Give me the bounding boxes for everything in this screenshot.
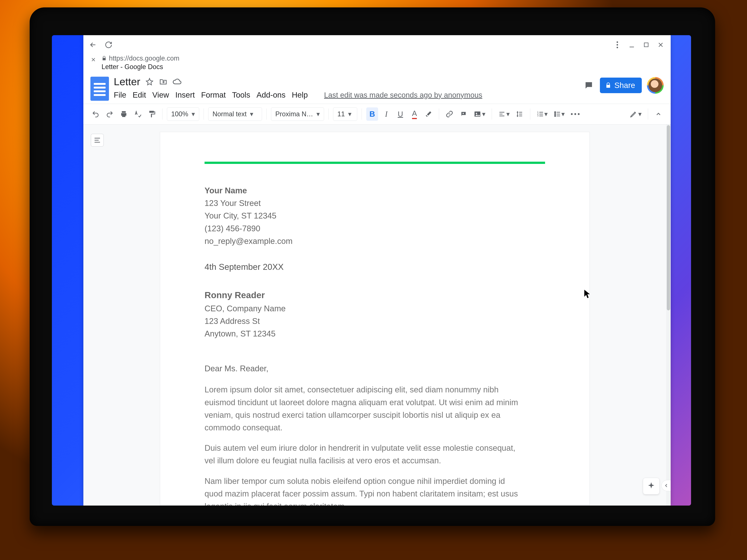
- last-edit-link[interactable]: Last edit was made seconds ago by anonym…: [324, 91, 482, 99]
- outline-toggle-button[interactable]: [91, 134, 104, 147]
- recipient-block: Ronny Reader CEO, Company Name 123 Addre…: [205, 288, 545, 340]
- sender-block: Your Name 123 Your Street Your City, ST …: [205, 184, 545, 247]
- tab-title: Letter - Google Docs: [102, 63, 179, 71]
- bulleted-list-button[interactable]: ▾: [552, 107, 567, 121]
- svg-point-10: [555, 113, 556, 115]
- menu-insert[interactable]: Insert: [175, 90, 195, 100]
- svg-text:3: 3: [537, 114, 538, 117]
- spellcheck-button[interactable]: [132, 107, 144, 121]
- letter-date: 4th September 20XX: [205, 260, 545, 273]
- svg-point-0: [617, 41, 618, 43]
- document-title[interactable]: Letter: [114, 76, 140, 87]
- insert-image-button[interactable]: ▾: [472, 107, 487, 121]
- salutation: Dear Ms. Reader,: [205, 362, 545, 375]
- explore-button[interactable]: [643, 478, 660, 495]
- account-avatar[interactable]: [647, 77, 664, 94]
- sender-city: Your City, ST 12345: [205, 209, 545, 222]
- minimize-button[interactable]: [628, 41, 636, 49]
- body-paragraph: Nam liber tempor cum soluta nobis eleife…: [205, 475, 519, 506]
- recipient-street: 123 Address St: [205, 315, 545, 327]
- close-window-button[interactable]: [656, 41, 665, 49]
- more-toolbar-button[interactable]: •••: [569, 107, 583, 121]
- svg-point-2: [617, 47, 618, 48]
- underline-button[interactable]: U: [394, 107, 406, 121]
- font-size-dropdown[interactable]: 11▾: [333, 107, 357, 121]
- text-color-button[interactable]: A: [409, 107, 420, 121]
- cloud-saved-icon[interactable]: [173, 77, 181, 86]
- side-panel-toggle[interactable]: [662, 480, 671, 491]
- tab-close-button[interactable]: [90, 56, 97, 63]
- mouse-cursor-icon: [584, 289, 592, 300]
- sender-street: 123 Your Street: [205, 197, 545, 209]
- browser-titlebar: [83, 35, 671, 54]
- accent-line: [205, 162, 545, 164]
- print-button[interactable]: [118, 107, 130, 121]
- svg-point-11: [555, 115, 556, 117]
- numbered-list-button[interactable]: 123▾: [535, 107, 549, 121]
- move-folder-icon[interactable]: [159, 77, 168, 86]
- lock-icon: [102, 56, 107, 61]
- menu-tools[interactable]: Tools: [232, 90, 250, 100]
- chrome-window: https://docs.google.com Letter - Google …: [83, 35, 671, 506]
- laptop-bezel: https://docs.google.com Letter - Google …: [30, 7, 715, 526]
- lock-icon: [605, 82, 611, 88]
- back-button[interactable]: [88, 39, 98, 50]
- share-label: Share: [614, 81, 635, 90]
- scrollbar-thumb[interactable]: [667, 125, 670, 310]
- sender-email: no_reply@example.com: [205, 235, 545, 247]
- svg-rect-3: [644, 43, 648, 47]
- document-canvas[interactable]: Your Name 123 Your Street Your City, ST …: [83, 125, 671, 506]
- docs-header: Letter File Edit View Insert Format Tool…: [83, 74, 671, 101]
- sender-phone: (123) 456-7890: [205, 222, 545, 235]
- desktop-wallpaper: https://docs.google.com Letter - Google …: [52, 35, 691, 506]
- menu-format[interactable]: Format: [201, 90, 226, 100]
- editing-mode-button[interactable]: ▾: [628, 107, 643, 121]
- menu-file[interactable]: File: [114, 90, 126, 100]
- comments-icon[interactable]: [583, 79, 595, 91]
- redo-button[interactable]: [104, 107, 115, 121]
- maximize-button[interactable]: [642, 41, 650, 49]
- align-button[interactable]: ▾: [496, 107, 512, 121]
- zoom-dropdown[interactable]: 100%▾: [167, 107, 199, 121]
- undo-button[interactable]: [90, 107, 102, 121]
- line-spacing-button[interactable]: [514, 107, 525, 121]
- insert-link-button[interactable]: [443, 107, 455, 121]
- document-page[interactable]: Your Name 123 Your Street Your City, ST …: [160, 132, 590, 506]
- body-paragraph: Duis autem vel eum iriure dolor in hendr…: [205, 442, 519, 467]
- reload-button[interactable]: [103, 39, 114, 50]
- recipient-title: CEO, Company Name: [205, 302, 545, 315]
- insert-comment-button[interactable]: [458, 107, 469, 121]
- share-button[interactable]: Share: [600, 78, 642, 93]
- svg-point-1: [617, 44, 618, 46]
- menu-view[interactable]: View: [152, 90, 169, 100]
- styles-dropdown[interactable]: Normal text▾: [208, 107, 262, 121]
- italic-button[interactable]: I: [380, 107, 392, 121]
- recipient-city: Anytown, ST 12345: [205, 327, 545, 340]
- font-dropdown[interactable]: Proxima N…▾: [271, 107, 324, 121]
- vertical-scrollbar[interactable]: [666, 125, 671, 506]
- docs-logo-icon[interactable]: [91, 77, 109, 101]
- paint-format-button[interactable]: [146, 107, 158, 121]
- tab-url: https://docs.google.com: [102, 54, 179, 62]
- star-icon[interactable]: [145, 77, 154, 86]
- svg-point-5: [476, 113, 477, 114]
- browser-menu-button[interactable]: [612, 39, 622, 50]
- menu-addons[interactable]: Add-ons: [256, 90, 285, 100]
- svg-point-9: [555, 112, 556, 113]
- menu-help[interactable]: Help: [292, 90, 308, 100]
- formatting-toolbar: 100%▾ Normal text▾ Proxima N…▾ 11▾ B I U…: [83, 104, 671, 125]
- menu-bar: File Edit View Insert Format Tools Add-o…: [114, 89, 578, 100]
- highlight-button[interactable]: [422, 107, 434, 121]
- browser-tab[interactable]: https://docs.google.com Letter - Google …: [83, 54, 671, 74]
- bold-button[interactable]: B: [366, 107, 378, 121]
- sender-name: Your Name: [205, 184, 545, 197]
- body-paragraph: Lorem ipsum dolor sit amet, consectetuer…: [205, 383, 519, 434]
- menu-edit[interactable]: Edit: [133, 90, 146, 100]
- collapse-toolbar-button[interactable]: [652, 107, 664, 121]
- recipient-name: Ronny Reader: [205, 288, 545, 302]
